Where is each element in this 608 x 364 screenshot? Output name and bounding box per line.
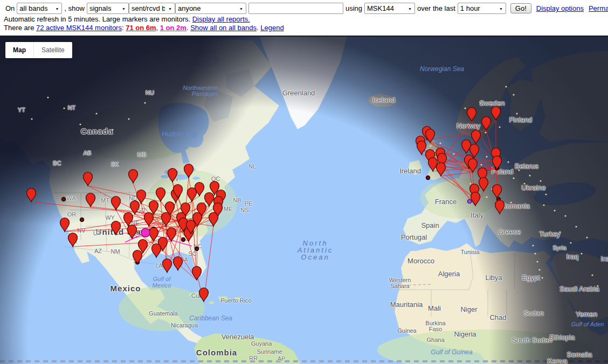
monitor-pin[interactable] bbox=[184, 164, 194, 178]
monitor-pin[interactable] bbox=[174, 257, 183, 270]
show-all-bands-link[interactable]: Show all on all bands bbox=[190, 24, 257, 32]
display-all-reports-link[interactable]: Display all reports. bbox=[192, 15, 250, 23]
display-options-link[interactable]: Display options bbox=[536, 4, 584, 12]
direction-select-wrap: sent/rcvd by bbox=[129, 3, 175, 14]
monitor-pin[interactable] bbox=[152, 244, 161, 257]
monitor-pin[interactable] bbox=[209, 213, 218, 226]
go-button[interactable]: Go! bbox=[510, 3, 531, 13]
refresh-text: Automatic refresh in 5 minutes. Large ma… bbox=[4, 15, 192, 23]
status-row-1: Automatic refresh in 5 minutes. Large ma… bbox=[0, 15, 608, 23]
monitor-pin[interactable] bbox=[133, 250, 142, 264]
report-dot-marker-violet[interactable] bbox=[468, 200, 472, 204]
monitor-pin[interactable] bbox=[199, 288, 209, 302]
monitor-pin[interactable] bbox=[472, 130, 481, 144]
monitor-pin[interactable] bbox=[492, 107, 501, 120]
legend-link[interactable]: Legend bbox=[260, 24, 284, 32]
mode-select[interactable]: signals bbox=[87, 3, 129, 14]
who-select[interactable]: anyone bbox=[175, 3, 246, 14]
query-row: On all bands , show signals sent/rcvd by… bbox=[0, 0, 608, 15]
report-dot-marker[interactable] bbox=[195, 247, 199, 251]
monitor-pin[interactable] bbox=[156, 188, 165, 201]
monitor-pin[interactable] bbox=[84, 172, 93, 186]
there-are-text: There are bbox=[4, 24, 36, 32]
monitor-pin[interactable] bbox=[467, 108, 476, 121]
monitor-pin[interactable] bbox=[462, 140, 471, 153]
monitor-pin[interactable] bbox=[112, 197, 121, 210]
monitor-2m-circle[interactable] bbox=[141, 228, 150, 237]
direction-select[interactable]: sent/rcvd by bbox=[129, 3, 175, 14]
timeframe-select-wrap: 1 hour bbox=[458, 3, 506, 14]
monitor-pin[interactable] bbox=[86, 193, 95, 207]
report-dot-marker[interactable] bbox=[80, 218, 84, 222]
monitor-pin[interactable] bbox=[188, 188, 197, 201]
monitor-pin[interactable] bbox=[60, 218, 70, 232]
report-dot-marker[interactable] bbox=[62, 198, 66, 201]
who-select-wrap: anyone bbox=[175, 3, 246, 14]
callsign-input[interactable] bbox=[248, 3, 343, 14]
signal-path bbox=[88, 186, 161, 201]
map-type-satellite-button[interactable]: Satellite bbox=[33, 42, 72, 58]
status-row-2: There are 72 active MSK144 monitors: 71 … bbox=[0, 23, 608, 32]
timeframe-select[interactable]: 1 hour bbox=[458, 3, 506, 14]
monitor-pin[interactable] bbox=[128, 225, 137, 239]
monitor-pin[interactable] bbox=[163, 259, 172, 272]
map-type-map-button[interactable]: Map bbox=[5, 42, 33, 58]
monitor-pin[interactable] bbox=[417, 141, 426, 155]
monitor-pin[interactable] bbox=[168, 169, 177, 182]
over-label: over the last bbox=[417, 4, 455, 12]
band-select[interactable]: all bands bbox=[17, 3, 62, 14]
toolbar: On all bands , show signals sent/rcvd by… bbox=[0, 0, 608, 36]
monitors-6m-link[interactable]: 71 on 6m bbox=[126, 24, 156, 32]
monitor-pin[interactable] bbox=[495, 200, 505, 214]
band-select-wrap: all bands bbox=[17, 3, 62, 14]
monitor-pin[interactable] bbox=[124, 213, 133, 226]
using-label: using bbox=[346, 4, 362, 12]
monitor-pin[interactable] bbox=[205, 193, 214, 206]
comma-text: , bbox=[156, 24, 160, 32]
monitor-pin[interactable] bbox=[493, 156, 502, 170]
monitor-pin[interactable] bbox=[68, 233, 78, 247]
monitor-pin[interactable] bbox=[112, 221, 121, 235]
modulation-select[interactable]: MSK144 bbox=[364, 3, 415, 14]
monitor-pin[interactable] bbox=[479, 178, 488, 191]
monitors-2m-link[interactable]: 1 on 2m bbox=[160, 24, 186, 32]
monitor-pin[interactable] bbox=[192, 267, 202, 280]
active-monitors-link[interactable]: 72 active MSK144 monitors bbox=[36, 24, 122, 32]
signal-path bbox=[441, 176, 474, 198]
show-label: , show bbox=[64, 4, 85, 12]
monitor-pin[interactable] bbox=[429, 158, 438, 171]
monitor-pin[interactable] bbox=[493, 185, 502, 198]
map-canvas[interactable]: Norwegian SeaNorthwesternPassagesHudson … bbox=[0, 36, 608, 364]
permalink-link[interactable]: Permalink bbox=[589, 4, 608, 12]
monitor-pin[interactable] bbox=[471, 192, 480, 206]
map-type-control: Map Satellite bbox=[5, 42, 72, 58]
monitor-pin[interactable] bbox=[149, 201, 158, 214]
monitor-pin[interactable] bbox=[137, 190, 146, 204]
monitor-pin[interactable] bbox=[482, 117, 491, 130]
monitor-pin[interactable] bbox=[129, 170, 138, 183]
monitor-pin[interactable] bbox=[149, 228, 158, 241]
mode-select-wrap: signals bbox=[87, 3, 129, 14]
markers-svg bbox=[0, 37, 608, 364]
monitor-pin[interactable] bbox=[27, 188, 36, 202]
modulation-select-wrap: MSK144 bbox=[364, 3, 415, 14]
on-label: On bbox=[5, 4, 15, 12]
report-dot-marker[interactable] bbox=[182, 238, 185, 242]
report-dot-marker[interactable] bbox=[426, 176, 430, 180]
